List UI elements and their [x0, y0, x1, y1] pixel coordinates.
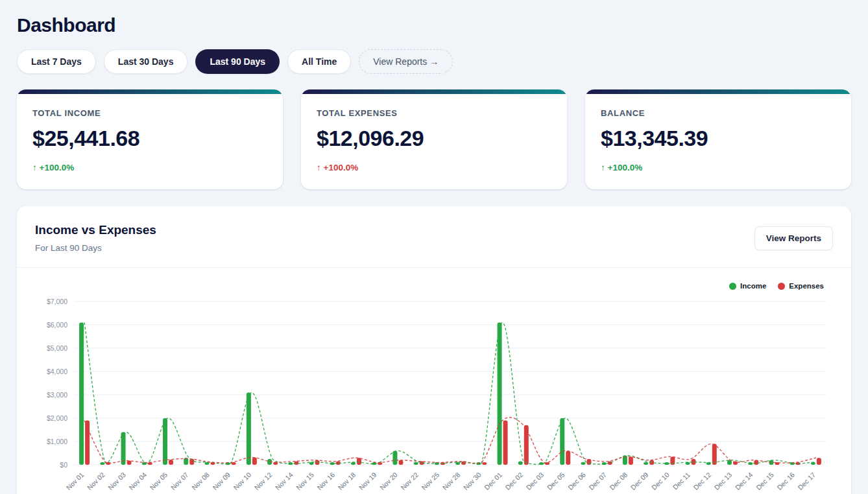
stat-label: TOTAL EXPENSES — [317, 108, 551, 118]
filter-all-time[interactable]: All Time — [287, 49, 351, 74]
chart-card: Income vs Expenses For Last 90 Days View… — [17, 206, 851, 494]
svg-text:Nov 01: Nov 01 — [65, 471, 86, 491]
svg-text:$4,000: $4,000 — [47, 368, 67, 375]
svg-text:Nov 20: Nov 20 — [378, 471, 399, 491]
chart-subtitle: For Last 90 Days — [35, 243, 156, 253]
svg-text:Nov 14: Nov 14 — [274, 471, 295, 491]
stat-card-total-income: TOTAL INCOME $25,441.68 ↑ +100.0% — [17, 89, 283, 189]
svg-text:$5,000: $5,000 — [47, 344, 67, 352]
stat-card-total-expenses: TOTAL EXPENSES $12,096.29 ↑ +100.0% — [301, 89, 567, 189]
chart-canvas: $0$1,000$2,000$3,000$4,000$5,000$6,000$7… — [32, 291, 836, 494]
svg-text:Dec 09: Dec 09 — [629, 471, 650, 491]
svg-text:Nov 16: Nov 16 — [315, 471, 336, 491]
svg-text:Nov 05: Nov 05 — [148, 471, 169, 491]
svg-text:Dec 08: Dec 08 — [608, 471, 629, 491]
svg-text:Nov 02: Nov 02 — [86, 471, 106, 491]
stats-row: TOTAL INCOME $25,441.68 ↑ +100.0% TOTAL … — [17, 89, 851, 189]
legend-expenses-label: Expenses — [789, 282, 824, 290]
svg-text:Dec 01: Dec 01 — [483, 471, 503, 491]
svg-text:Dec 13: Dec 13 — [712, 471, 733, 491]
svg-text:Dec 05: Dec 05 — [546, 471, 566, 491]
filter-bar: Last 7 Days Last 30 Days Last 90 Days Al… — [17, 49, 851, 74]
legend-expenses: Expenses — [778, 282, 824, 290]
svg-text:Nov 08: Nov 08 — [190, 471, 211, 491]
svg-text:Dec 14: Dec 14 — [734, 471, 754, 491]
svg-text:$0: $0 — [60, 461, 67, 469]
svg-text:$1,000: $1,000 — [47, 438, 67, 445]
stat-change: ↑ +100.0% — [601, 163, 836, 172]
stat-label: TOTAL INCOME — [32, 108, 267, 118]
chart-body: Income Expenses $0$1,000$2,000$3,000$4,0… — [17, 268, 851, 494]
svg-text:Dec 03: Dec 03 — [524, 471, 545, 491]
stat-value: $25,441.68 — [32, 126, 267, 151]
filter-last-90-days[interactable]: Last 90 Days — [195, 49, 280, 74]
svg-text:Nov 18: Nov 18 — [336, 471, 357, 491]
svg-text:$3,000: $3,000 — [47, 391, 67, 399]
stat-change: ↑ +100.0% — [32, 163, 267, 172]
svg-text:Nov 03: Nov 03 — [106, 471, 127, 491]
chart-legend: Income Expenses — [32, 279, 836, 291]
svg-text:Nov 09: Nov 09 — [211, 471, 232, 491]
page-title: Dashboard — [17, 14, 851, 36]
svg-text:Nov 28: Nov 28 — [441, 471, 462, 491]
stat-change: ↑ +100.0% — [317, 163, 551, 172]
card-accent-bar — [585, 89, 851, 94]
view-reports-link[interactable]: View Reports → — [359, 49, 453, 74]
stat-label: BALANCE — [601, 108, 836, 118]
svg-text:$6,000: $6,000 — [47, 321, 67, 329]
svg-text:Dec 12: Dec 12 — [692, 471, 712, 491]
svg-text:Dec 02: Dec 02 — [503, 471, 524, 491]
view-reports-button[interactable]: View Reports — [754, 226, 833, 250]
svg-text:Dec 10: Dec 10 — [650, 471, 671, 491]
svg-text:Nov 22: Nov 22 — [399, 471, 420, 491]
chart-header: Income vs Expenses For Last 90 Days View… — [17, 206, 851, 268]
legend-income-label: Income — [740, 282, 766, 290]
svg-text:Dec 06: Dec 06 — [566, 471, 587, 491]
svg-text:Nov 19: Nov 19 — [357, 471, 378, 491]
svg-text:$2,000: $2,000 — [47, 414, 67, 422]
stat-value: $12,096.29 — [317, 126, 551, 151]
svg-text:Nov 07: Nov 07 — [169, 471, 190, 491]
svg-text:Dec 07: Dec 07 — [587, 471, 608, 491]
chart-title: Income vs Expenses — [35, 223, 156, 237]
stat-value: $13,345.39 — [601, 126, 836, 151]
stat-card-balance: BALANCE $13,345.39 ↑ +100.0% — [585, 89, 851, 189]
card-accent-bar — [301, 89, 567, 94]
svg-text:Nov 12: Nov 12 — [253, 471, 274, 491]
svg-text:Dec 15: Dec 15 — [754, 471, 775, 491]
svg-text:$7,000: $7,000 — [47, 298, 67, 305]
svg-text:Dec 16: Dec 16 — [775, 471, 796, 491]
svg-text:Nov 25: Nov 25 — [420, 471, 440, 491]
card-accent-bar — [17, 89, 283, 94]
svg-text:Nov 30: Nov 30 — [462, 471, 483, 491]
expenses-dot-icon — [778, 283, 785, 290]
svg-text:Nov 04: Nov 04 — [127, 471, 148, 491]
income-dot-icon — [729, 283, 736, 290]
svg-text:Dec 17: Dec 17 — [796, 471, 817, 491]
svg-text:Dec 11: Dec 11 — [671, 471, 692, 491]
filter-last-7-days[interactable]: Last 7 Days — [17, 49, 96, 74]
svg-text:Nov 10: Nov 10 — [232, 471, 252, 491]
svg-text:Nov 15: Nov 15 — [295, 471, 315, 491]
legend-income: Income — [729, 282, 766, 290]
filter-last-30-days[interactable]: Last 30 Days — [104, 49, 188, 74]
